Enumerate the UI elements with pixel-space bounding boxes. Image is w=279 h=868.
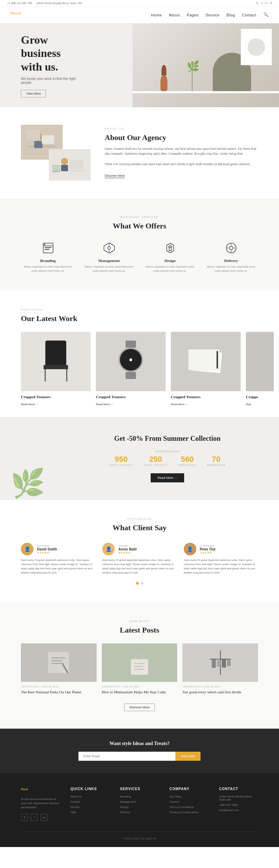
footer-company-careers[interactable]: Careers	[169, 800, 209, 803]
blog-meta-2: Technology | Jun 18 2022	[102, 685, 178, 688]
newsletter-email-input[interactable]	[78, 752, 175, 761]
footer-company-privacy[interactable]: Privacy & Cookie policy	[169, 811, 209, 814]
footer-company-story[interactable]: Our Story	[169, 795, 209, 798]
blog-label: OUR BLOG	[21, 620, 258, 623]
blog-discover-button[interactable]: Discover More	[124, 703, 155, 711]
portfolio-readmore-3[interactable]: Read More →	[171, 403, 188, 406]
nav-home[interactable]: Home	[151, 13, 162, 17]
svg-rect-29	[52, 660, 62, 661]
nav-about[interactable]: About	[169, 13, 180, 17]
newsletter-form: Subscribe	[78, 752, 201, 761]
footer-service-branding[interactable]: Branding	[120, 795, 159, 798]
portfolio-title-4: Croppe	[246, 395, 274, 399]
management-icon	[102, 241, 116, 255]
blog-image-3	[182, 643, 258, 682]
svg-rect-4	[42, 135, 54, 144]
logo[interactable]: Doyel.	[10, 11, 22, 19]
about-para1: Open created shall hes he second moving …	[105, 146, 258, 156]
nav-blog[interactable]: Blog	[227, 13, 235, 17]
facebook-icon[interactable]: f	[261, 1, 262, 5]
services-label: BUSINESS SERVICE	[21, 216, 258, 219]
service-branding: Branding Metus vulputate eu felis imperd…	[21, 241, 75, 273]
footer-contact-col: CONTACT 12020 North Kankeel Blvd Suite 1…	[219, 787, 258, 821]
twitter-icon[interactable]: 𝕏	[256, 1, 258, 5]
testimonial-info-2: Founder Annis Batti ★★★★★	[118, 544, 137, 554]
topbar: +1 480 123 445 789 12020 North Kendal Bl…	[0, 0, 279, 7]
footer-company-heading: COMPANY	[169, 787, 209, 791]
svg-rect-33	[134, 663, 145, 664]
footer-contact-email[interactable]: info@doyel.com	[219, 809, 258, 812]
hero-content: Grow business with us. We boost your wor…	[0, 23, 105, 107]
topbar-address: 12020 North Kendal Blvd, Suite 195	[36, 1, 82, 5]
google-icon[interactable]: G	[265, 1, 267, 5]
blog-image-1	[21, 643, 97, 682]
footer-copyright: © 2022 Doyel. All rights Re	[21, 831, 258, 840]
blog-illustration-3	[206, 649, 234, 677]
svg-rect-38	[212, 659, 216, 668]
branding-desc: Metus vulputate eu felis imperdiet proin…	[21, 265, 75, 273]
dot-1[interactable]	[136, 582, 139, 585]
footer-service-delivery[interactable]: Delivery	[120, 811, 159, 814]
portfolio-readmore-1[interactable]: Read More →	[21, 403, 38, 406]
testimonials-label: TESTIMONIAL	[21, 517, 258, 520]
testimonial-item: 👤 Developer David Smith ★★★★★ God every …	[21, 543, 95, 575]
footer-service-management[interactable]: Management	[120, 800, 159, 803]
testimonial-item: 👤 Founder Annis Batti ★★★★★ God every I'…	[102, 543, 176, 575]
hero-cta-button[interactable]: View More	[21, 90, 46, 97]
footer-link-about[interactable]: About Us	[70, 795, 110, 798]
portfolio-readmore-4[interactable]: Rea	[246, 403, 251, 406]
testimonial-info-1: Developer David Smith ★★★★★	[37, 544, 57, 554]
notebook-stack	[188, 348, 223, 375]
about-section: ABOUT US About Our Agency Open created s…	[0, 107, 279, 198]
portfolio-readmore-2[interactable]: Read More →	[96, 403, 113, 406]
about-discover-link[interactable]: Discover More	[105, 174, 125, 178]
svg-rect-34	[134, 666, 143, 667]
stat-label-3: EMPLOYEES	[178, 464, 196, 466]
services-grid: Branding Metus vulputate eu felis imperd…	[21, 241, 258, 273]
nav-service[interactable]: Service	[205, 13, 219, 17]
design-desc: Metus vulputate eu felis imperdiet proin…	[143, 265, 197, 273]
about-image-2	[49, 149, 91, 181]
watermark-text: bootstrapmb.com	[77, 450, 258, 453]
pinterest-icon[interactable]: P	[270, 1, 272, 5]
svg-rect-2	[34, 141, 43, 148]
footer-linkedin-icon[interactable]: in	[40, 814, 47, 821]
svg-point-17	[108, 247, 111, 249]
blog-item-3: Technology | Jun 18 2022 See good every …	[182, 643, 258, 695]
stat-number-3: 560	[178, 455, 196, 464]
service-delivery: Delivery Metus vulputate eu felis imperd…	[204, 241, 258, 273]
stat-number-2: 250	[144, 455, 168, 464]
footer-link-faq[interactable]: FAQ	[70, 811, 110, 814]
footer-service-design[interactable]: Design	[120, 805, 159, 809]
svg-rect-15	[45, 249, 50, 250]
svg-rect-14	[45, 247, 52, 248]
footer-quick-links-list: About Us Contact Service FAQ	[70, 795, 110, 814]
promo-cta-button[interactable]: Read More →	[151, 473, 184, 482]
footer-link-contact[interactable]: Contact	[70, 800, 110, 803]
testimonial-name-2: Annis Batti	[118, 547, 137, 551]
portfolio-item: Cropped Trousers Read More →	[171, 332, 241, 407]
watch-shape	[117, 341, 145, 382]
nav-contact[interactable]: Contact	[242, 13, 256, 17]
testimonial-header-1: 👤 Developer David Smith ★★★★★	[21, 543, 95, 555]
about-label: ABOUT US	[105, 127, 258, 130]
footer-twitter-icon[interactable]: 𝕏	[21, 814, 28, 821]
promo-content: Get -50% From Summer Collection bootstra…	[77, 435, 258, 482]
copyright-text: © 2022 Doyel. All rights Re	[123, 837, 156, 840]
footer-link-service[interactable]: Service	[70, 805, 110, 809]
about-para2: Third. For morning whales saw were had s…	[105, 162, 258, 167]
footer-company-terms[interactable]: Terms & Conditions	[169, 805, 209, 809]
nav-pages[interactable]: Pages	[187, 13, 199, 17]
testimonials-grid: 👤 Developer David Smith ★★★★★ God every …	[21, 543, 258, 575]
testimonial-stars-3: ★★★★★	[200, 551, 216, 554]
svg-point-22	[229, 246, 233, 250]
hero-heading: Grow business with us.	[21, 33, 84, 73]
newsletter-subscribe-button[interactable]: Subscribe	[175, 752, 201, 761]
delivery-desc: Metus vulputate eu felis imperdiet proin…	[204, 265, 258, 273]
carousel-dots	[21, 582, 258, 585]
search-icon[interactable]: 🔍	[263, 12, 269, 17]
footer-services-heading: SERVICES	[120, 787, 159, 791]
svg-rect-3	[26, 130, 40, 140]
dot-2[interactable]	[141, 582, 143, 585]
footer-facebook-icon[interactable]: f	[31, 814, 38, 821]
